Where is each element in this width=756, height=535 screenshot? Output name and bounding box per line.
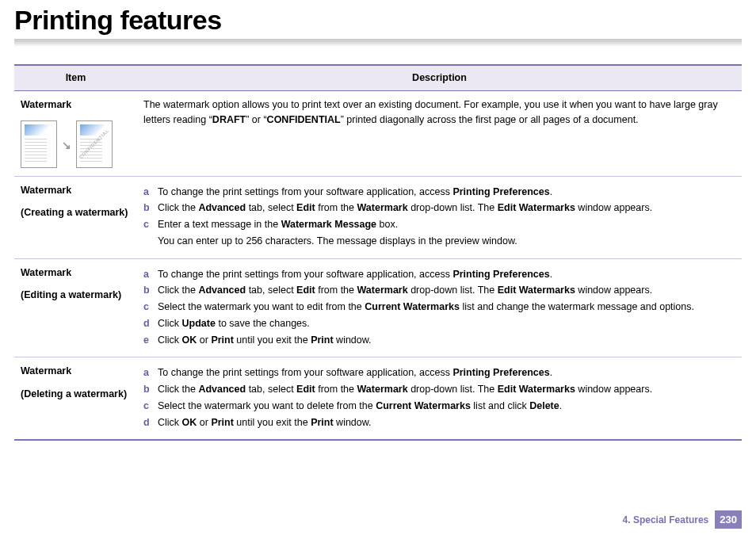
step-key: c — [143, 300, 149, 315]
step-item: aTo change the print settings from your … — [143, 185, 735, 200]
step-item: bClick the Advanced tab, select Edit fro… — [143, 283, 735, 298]
step-extra: You can enter up to 256 characters. The … — [158, 232, 735, 249]
step-item: cSelect the watermark you want to delete… — [143, 399, 735, 414]
item-title: Watermark — [21, 365, 71, 376]
title-rule — [14, 39, 742, 47]
step-key: a — [143, 365, 149, 380]
thumbnail-after — [76, 120, 113, 168]
step-key: c — [143, 217, 149, 232]
step-item: eClick OK or Print until you exit the Pr… — [143, 333, 735, 348]
step-key: d — [143, 415, 150, 430]
step-item: dClick Update to save the changes. — [143, 316, 735, 331]
footer-chapter: 4. Special Features — [623, 514, 709, 525]
step-key: b — [143, 283, 150, 298]
step-item: cEnter a text message in the Watermark M… — [143, 217, 735, 249]
step-key: b — [143, 201, 150, 216]
step-item: cSelect the watermark you want to edit f… — [143, 300, 735, 315]
description-text: The watermark option allows you to print… — [143, 97, 735, 128]
step-list: aTo change the print settings from your … — [143, 365, 735, 430]
thumbnail-before — [21, 120, 57, 168]
step-key: a — [143, 267, 149, 282]
page-footer: 4. Special Features 230 — [623, 510, 742, 529]
step-item: aTo change the print settings from your … — [143, 365, 735, 380]
item-subtitle: (Editing a watermark) — [21, 288, 131, 303]
item-cell: Watermark(Deleting a watermark) — [14, 357, 137, 441]
step-key: a — [143, 185, 149, 200]
step-item: bClick the Advanced tab, select Edit fro… — [143, 382, 735, 397]
step-key: b — [143, 382, 150, 397]
footer-page-number: 230 — [715, 510, 742, 529]
description-cell: aTo change the print settings from your … — [137, 258, 742, 357]
table-row: Watermark(Deleting a watermark)aTo chang… — [14, 357, 742, 441]
item-subtitle: (Creating a watermark) — [21, 205, 131, 220]
feature-table: Item Description Watermark↘The watermark… — [14, 64, 742, 441]
step-item: bClick the Advanced tab, select Edit fro… — [143, 201, 735, 216]
item-title: Watermark — [21, 99, 71, 110]
watermark-thumbnails: ↘ — [21, 120, 131, 168]
step-item: dClick OK or Print until you exit the Pr… — [143, 415, 735, 430]
arrow-icon: ↘ — [62, 137, 71, 154]
step-key: d — [143, 316, 150, 331]
step-list: aTo change the print settings from your … — [143, 185, 735, 249]
step-list: aTo change the print settings from your … — [143, 267, 735, 348]
table-row: Watermark(Editing a watermark)aTo change… — [14, 258, 742, 357]
item-subtitle: (Deleting a watermark) — [21, 387, 131, 402]
col-header-description: Description — [137, 65, 742, 90]
description-cell: The watermark option allows you to print… — [137, 90, 742, 176]
table-row: Watermark(Creating a watermark)aTo chang… — [14, 176, 742, 258]
item-cell: Watermark↘ — [14, 90, 137, 176]
item-title: Watermark — [21, 267, 71, 278]
step-key: c — [143, 399, 149, 414]
step-item: aTo change the print settings from your … — [143, 267, 735, 282]
item-cell: Watermark(Creating a watermark) — [14, 176, 137, 258]
page-title: Printing features — [14, 0, 742, 39]
step-key: e — [143, 333, 149, 348]
description-cell: aTo change the print settings from your … — [137, 176, 742, 258]
feature-table-body: Watermark↘The watermark option allows yo… — [14, 90, 742, 440]
item-title: Watermark — [21, 185, 71, 196]
table-row: Watermark↘The watermark option allows yo… — [14, 90, 742, 176]
item-cell: Watermark(Editing a watermark) — [14, 258, 137, 357]
description-cell: aTo change the print settings from your … — [137, 357, 742, 441]
col-header-item: Item — [14, 65, 137, 90]
